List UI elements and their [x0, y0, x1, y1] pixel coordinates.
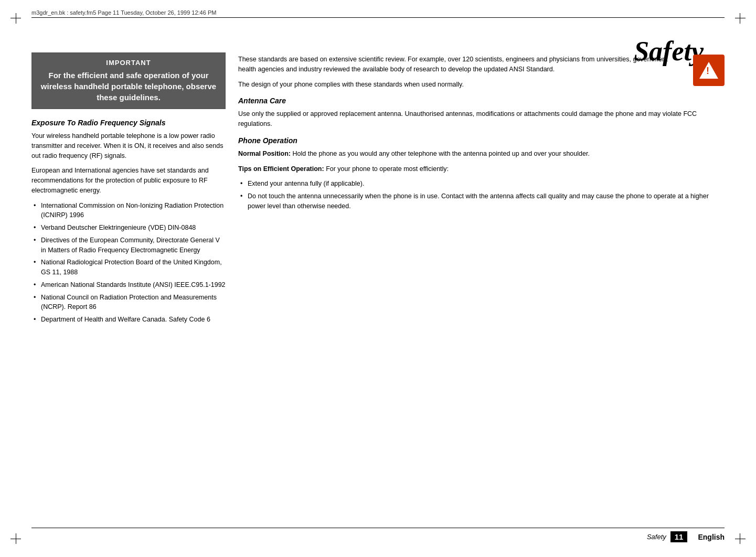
- tips-text: Tips on Efficient Operation: For your ph…: [238, 164, 725, 174]
- warning-icon: [693, 55, 725, 86]
- tips-bullet-list: Extend your antenna fully (if applicable…: [238, 179, 725, 211]
- section1-para1: Your wireless handheld portable telephon…: [31, 131, 226, 160]
- tips-label: Tips on Efficient Operation:: [238, 165, 324, 173]
- footer-language: English: [698, 533, 725, 541]
- list-item: Department of Health and Welfare Canada.…: [31, 315, 226, 325]
- bullet-list: International Commission on Non-Ionizing…: [31, 201, 226, 325]
- list-item: Do not touch the antenna unnecessarily w…: [238, 191, 725, 211]
- normal-position-label: Normal Position:: [238, 150, 291, 157]
- content-area: IMPORTANT For the efficient and safe ope…: [31, 52, 725, 515]
- important-body: For the efficient and safe operation of …: [39, 70, 218, 103]
- section1-heading: Exposure To Radio Frequency Signals: [31, 119, 226, 127]
- warning-triangle: [699, 62, 718, 79]
- list-item: Extend your antenna fully (if applicable…: [238, 179, 725, 189]
- list-item: Verband Deutscher Elektringenieure (VDE)…: [31, 223, 226, 233]
- normal-position-text: Normal Position: Hold the phone as you w…: [238, 149, 725, 159]
- normal-position-body: Hold the phone as you would any other te…: [291, 150, 590, 157]
- important-title: IMPORTANT: [39, 59, 218, 67]
- left-column: IMPORTANT For the efficient and safe ope…: [31, 52, 226, 515]
- footer-page-number: 11: [670, 531, 688, 542]
- right-para2: The design of your phone complies with t…: [238, 80, 725, 90]
- right-column: These standards are based on extensive s…: [238, 52, 725, 515]
- right-para1: These standards are based on extensive s…: [238, 55, 725, 74]
- section1-para2: European and International agencies have…: [31, 166, 226, 195]
- important-box: IMPORTANT For the efficient and safe ope…: [31, 52, 226, 109]
- list-item: National Council on Radiation Protection…: [31, 293, 226, 313]
- corner-mark-bottom-right: [730, 531, 746, 547]
- list-item: Directives of the European Community, Di…: [31, 235, 226, 255]
- corner-mark-top-right: [730, 10, 746, 26]
- footer-bar: Safety 11 English: [31, 528, 725, 542]
- page: m3gdr_en.bk : safety.fm5 Page 11 Tuesday…: [0, 0, 756, 557]
- tips-body: For your phone to operate most efficient…: [324, 165, 449, 173]
- list-item: American National Standards Institute (A…: [31, 280, 226, 290]
- section3-heading: Phone Operation: [238, 136, 725, 145]
- header-bar: m3gdr_en.bk : safety.fm5 Page 11 Tuesday…: [31, 9, 725, 18]
- section2-heading: Antenna Care: [238, 97, 725, 105]
- corner-mark-top-left: [10, 10, 26, 26]
- corner-mark-bottom-left: [10, 531, 26, 547]
- list-item: International Commission on Non-Ionizing…: [31, 201, 226, 221]
- list-item: National Radiological Protection Board o…: [31, 258, 226, 277]
- section2-para: Use only the supplied or approved replac…: [238, 109, 725, 129]
- header-text: m3gdr_en.bk : safety.fm5 Page 11 Tuesday…: [31, 9, 216, 16]
- footer-safety-label: Safety: [647, 533, 666, 541]
